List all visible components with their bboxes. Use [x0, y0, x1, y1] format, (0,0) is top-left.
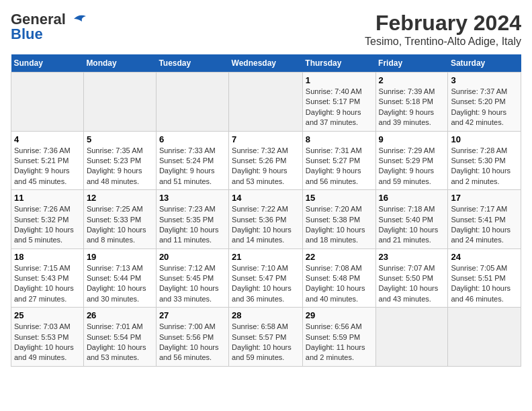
day-cell: 8Sunrise: 7:31 AM Sunset: 5:27 PM Daylig… [302, 131, 375, 190]
day-cell: 17Sunrise: 7:17 AM Sunset: 5:41 PM Dayli… [448, 190, 521, 249]
day-cell: 19Sunrise: 7:13 AM Sunset: 5:44 PM Dayli… [83, 248, 156, 308]
day-number: 12 [87, 193, 153, 203]
day-info: Sunrise: 7:07 AM Sunset: 5:50 PM Dayligh… [379, 263, 445, 305]
day-info: Sunrise: 7:15 AM Sunset: 5:43 PM Dayligh… [14, 263, 81, 305]
day-number: 25 [14, 310, 81, 320]
day-number: 15 [306, 193, 373, 203]
column-headers: SundayMondayTuesdayWednesdayThursdayFrid… [11, 54, 521, 73]
day-cell: 2Sunrise: 7:39 AM Sunset: 5:18 PM Daylig… [375, 73, 448, 132]
day-cell: 20Sunrise: 7:12 AM Sunset: 5:45 PM Dayli… [156, 248, 228, 308]
day-info: Sunrise: 7:13 AM Sunset: 5:44 PM Dayligh… [87, 263, 153, 305]
day-number: 8 [306, 134, 373, 144]
day-cell: 26Sunrise: 7:01 AM Sunset: 5:54 PM Dayli… [83, 308, 156, 367]
day-number: 21 [232, 252, 300, 262]
day-cell: 27Sunrise: 7:00 AM Sunset: 5:56 PM Dayli… [156, 308, 228, 367]
day-cell: 4Sunrise: 7:36 AM Sunset: 5:21 PM Daylig… [11, 131, 84, 190]
day-info: Sunrise: 7:05 AM Sunset: 5:51 PM Dayligh… [451, 263, 518, 305]
day-cell [229, 73, 303, 132]
day-info: Sunrise: 7:26 AM Sunset: 5:32 PM Dayligh… [14, 204, 81, 246]
logo: General Blue [11, 11, 87, 43]
day-info: Sunrise: 7:35 AM Sunset: 5:23 PM Dayligh… [87, 146, 153, 187]
day-cell: 24Sunrise: 7:05 AM Sunset: 5:51 PM Dayli… [448, 248, 521, 308]
day-number: 17 [451, 193, 518, 203]
day-info: Sunrise: 7:12 AM Sunset: 5:45 PM Dayligh… [159, 263, 226, 305]
day-number: 23 [379, 252, 445, 262]
week-row-1: 1Sunrise: 7:40 AM Sunset: 5:17 PM Daylig… [11, 73, 521, 132]
day-info: Sunrise: 7:17 AM Sunset: 5:41 PM Dayligh… [451, 204, 518, 246]
col-header-thursday: Thursday [302, 54, 375, 73]
logo-blue: Blue [11, 26, 43, 43]
day-number: 7 [232, 134, 300, 144]
day-cell: 16Sunrise: 7:18 AM Sunset: 5:40 PM Dayli… [375, 190, 448, 249]
day-number: 14 [232, 193, 300, 203]
day-cell: 29Sunrise: 6:56 AM Sunset: 5:59 PM Dayli… [302, 308, 375, 367]
day-number: 4 [14, 134, 81, 144]
day-info: Sunrise: 7:40 AM Sunset: 5:17 PM Dayligh… [306, 87, 373, 128]
day-info: Sunrise: 7:32 AM Sunset: 5:26 PM Dayligh… [232, 146, 300, 187]
logo-bird-icon [67, 12, 87, 27]
day-cell: 21Sunrise: 7:10 AM Sunset: 5:47 PM Dayli… [229, 248, 303, 308]
day-cell: 28Sunrise: 6:58 AM Sunset: 5:57 PM Dayli… [229, 308, 303, 367]
day-number: 27 [159, 310, 226, 320]
day-number: 9 [379, 134, 445, 144]
week-row-5: 25Sunrise: 7:03 AM Sunset: 5:53 PM Dayli… [11, 308, 521, 367]
col-header-monday: Monday [83, 54, 156, 73]
day-number: 13 [159, 193, 226, 203]
day-info: Sunrise: 7:25 AM Sunset: 5:33 PM Dayligh… [87, 204, 153, 246]
day-number: 18 [14, 252, 81, 262]
day-number: 10 [451, 134, 518, 144]
day-cell [11, 73, 84, 132]
day-cell: 7Sunrise: 7:32 AM Sunset: 5:26 PM Daylig… [229, 131, 303, 190]
day-cell [375, 308, 448, 367]
day-info: Sunrise: 7:20 AM Sunset: 5:38 PM Dayligh… [306, 204, 373, 246]
day-cell: 25Sunrise: 7:03 AM Sunset: 5:53 PM Dayli… [11, 308, 84, 367]
day-info: Sunrise: 7:37 AM Sunset: 5:20 PM Dayligh… [451, 87, 518, 128]
day-info: Sunrise: 7:29 AM Sunset: 5:29 PM Dayligh… [379, 146, 445, 187]
day-cell: 10Sunrise: 7:28 AM Sunset: 5:30 PM Dayli… [448, 131, 521, 190]
col-header-sunday: Sunday [11, 54, 84, 73]
calendar-table: SundayMondayTuesdayWednesdayThursdayFrid… [11, 54, 521, 367]
day-info: Sunrise: 7:23 AM Sunset: 5:35 PM Dayligh… [159, 204, 226, 246]
day-info: Sunrise: 7:36 AM Sunset: 5:21 PM Dayligh… [14, 146, 81, 187]
page-subtitle: Tesimo, Trentino-Alto Adige, Italy [365, 36, 521, 48]
day-number: 28 [232, 310, 300, 320]
col-header-saturday: Saturday [448, 54, 521, 73]
day-info: Sunrise: 7:08 AM Sunset: 5:48 PM Dayligh… [306, 263, 373, 305]
col-header-friday: Friday [375, 54, 448, 73]
day-cell: 3Sunrise: 7:37 AM Sunset: 5:20 PM Daylig… [448, 73, 521, 132]
week-row-2: 4Sunrise: 7:36 AM Sunset: 5:21 PM Daylig… [11, 131, 521, 190]
day-cell [448, 308, 521, 367]
week-row-3: 11Sunrise: 7:26 AM Sunset: 5:32 PM Dayli… [11, 190, 521, 249]
col-header-wednesday: Wednesday [229, 54, 303, 73]
day-info: Sunrise: 7:03 AM Sunset: 5:53 PM Dayligh… [14, 322, 81, 363]
day-info: Sunrise: 7:00 AM Sunset: 5:56 PM Dayligh… [159, 322, 226, 363]
day-number: 19 [87, 252, 153, 262]
day-info: Sunrise: 7:01 AM Sunset: 5:54 PM Dayligh… [87, 322, 153, 363]
day-number: 1 [306, 75, 373, 85]
header: General Blue February 2024 Tesimo, Trent… [11, 11, 521, 48]
day-cell [83, 73, 156, 132]
day-cell: 6Sunrise: 7:33 AM Sunset: 5:24 PM Daylig… [156, 131, 228, 190]
col-header-tuesday: Tuesday [156, 54, 228, 73]
day-number: 20 [159, 252, 226, 262]
day-cell: 14Sunrise: 7:22 AM Sunset: 5:36 PM Dayli… [229, 190, 303, 249]
day-cell: 11Sunrise: 7:26 AM Sunset: 5:32 PM Dayli… [11, 190, 84, 249]
day-cell: 5Sunrise: 7:35 AM Sunset: 5:23 PM Daylig… [83, 131, 156, 190]
day-number: 24 [451, 252, 518, 262]
day-info: Sunrise: 7:10 AM Sunset: 5:47 PM Dayligh… [232, 263, 300, 305]
day-info: Sunrise: 7:28 AM Sunset: 5:30 PM Dayligh… [451, 146, 518, 187]
day-number: 22 [306, 252, 373, 262]
day-info: Sunrise: 7:18 AM Sunset: 5:40 PM Dayligh… [379, 204, 445, 246]
day-cell: 12Sunrise: 7:25 AM Sunset: 5:33 PM Dayli… [83, 190, 156, 249]
day-number: 11 [14, 193, 81, 203]
day-cell: 18Sunrise: 7:15 AM Sunset: 5:43 PM Dayli… [11, 248, 84, 308]
day-cell: 15Sunrise: 7:20 AM Sunset: 5:38 PM Dayli… [302, 190, 375, 249]
day-number: 26 [87, 310, 153, 320]
title-area: February 2024 Tesimo, Trentino-Alto Adig… [365, 11, 521, 48]
day-number: 16 [379, 193, 445, 203]
day-cell: 13Sunrise: 7:23 AM Sunset: 5:35 PM Dayli… [156, 190, 228, 249]
day-number: 5 [87, 134, 153, 144]
day-info: Sunrise: 7:33 AM Sunset: 5:24 PM Dayligh… [159, 146, 226, 187]
day-cell: 22Sunrise: 7:08 AM Sunset: 5:48 PM Dayli… [302, 248, 375, 308]
day-info: Sunrise: 7:31 AM Sunset: 5:27 PM Dayligh… [306, 146, 373, 187]
